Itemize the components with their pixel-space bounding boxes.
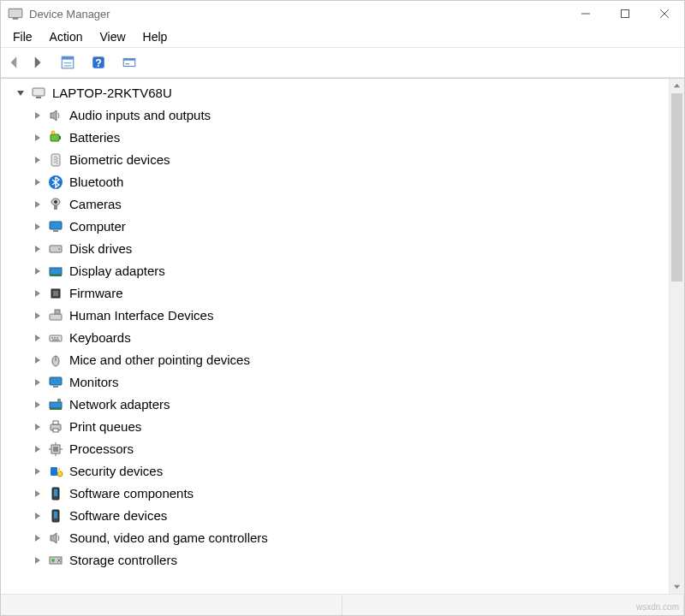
tree-item-software-devices[interactable]: Software devices bbox=[4, 505, 669, 527]
expand-toggle[interactable] bbox=[30, 356, 45, 364]
device-tree[interactable]: LAPTOP-2RKTV68U Audio inputs and outputs… bbox=[1, 79, 669, 594]
svg-rect-13 bbox=[123, 59, 135, 61]
expand-toggle[interactable] bbox=[30, 289, 45, 298]
expand-toggle[interactable] bbox=[30, 445, 45, 453]
titlebar: Device Manager bbox=[1, 1, 684, 27]
tree-item-hid[interactable]: Human Interface Devices bbox=[4, 305, 669, 327]
menu-action[interactable]: Action bbox=[43, 28, 93, 45]
tree-item-security[interactable]: Security devices bbox=[4, 460, 669, 483]
gpu-icon bbox=[47, 263, 64, 280]
app-icon bbox=[8, 6, 23, 21]
tree-item-label: Audio inputs and outputs bbox=[69, 104, 211, 127]
tree-item-bluetooth[interactable]: Bluetooth bbox=[4, 171, 669, 193]
svg-rect-42 bbox=[50, 377, 62, 385]
svg-rect-56 bbox=[51, 467, 57, 476]
expand-toggle[interactable] bbox=[30, 222, 45, 231]
tree-item-biometric[interactable]: Biometric devices bbox=[4, 149, 669, 171]
expand-toggle[interactable] bbox=[30, 156, 45, 164]
menu-help[interactable]: Help bbox=[136, 28, 178, 45]
tree-item-label: Computer bbox=[69, 216, 126, 238]
svg-rect-43 bbox=[53, 386, 58, 388]
tree-item-sound[interactable]: Sound, video and game controllers bbox=[4, 527, 669, 549]
svg-rect-18 bbox=[59, 136, 61, 139]
close-button[interactable] bbox=[645, 1, 684, 27]
keyboard-icon bbox=[47, 329, 64, 346]
tree-item-audio[interactable]: Audio inputs and outputs bbox=[4, 104, 669, 127]
svg-rect-8 bbox=[64, 62, 72, 63]
tree-item-batteries[interactable]: Batteries bbox=[4, 127, 669, 149]
tree-item-processors[interactable]: Processors bbox=[4, 438, 669, 460]
vertical-scrollbar[interactable] bbox=[669, 79, 684, 594]
tree-item-label: Storage controllers bbox=[69, 549, 177, 572]
expand-toggle[interactable] bbox=[30, 311, 45, 320]
minimize-button[interactable] bbox=[566, 1, 605, 27]
statusbar bbox=[1, 594, 684, 615]
tree-item-label: Security devices bbox=[69, 460, 163, 483]
scroll-up-button[interactable] bbox=[670, 79, 684, 93]
tree-item-label: Cameras bbox=[69, 193, 122, 216]
svg-rect-58 bbox=[58, 468, 60, 472]
expand-toggle[interactable] bbox=[30, 133, 45, 142]
tree-item-display[interactable]: Display adapters bbox=[4, 260, 669, 282]
expand-toggle[interactable] bbox=[30, 178, 45, 187]
scan-hardware-button[interactable] bbox=[119, 52, 140, 73]
expand-toggle[interactable] bbox=[30, 200, 45, 209]
nav-forward-button[interactable] bbox=[27, 52, 47, 73]
window-title: Device Manager bbox=[29, 8, 110, 21]
menu-view[interactable]: View bbox=[92, 28, 135, 45]
tree-root-label: LAPTOP-2RKTV68U bbox=[52, 82, 172, 104]
status-cell bbox=[1, 595, 342, 615]
help-button[interactable]: ? bbox=[88, 52, 109, 73]
expand-toggle[interactable] bbox=[30, 423, 45, 431]
tree-item-label: Sound, video and game controllers bbox=[69, 527, 268, 549]
tree-item-label: Human Interface Devices bbox=[69, 305, 213, 327]
menu-file[interactable]: File bbox=[6, 28, 43, 45]
svg-rect-49 bbox=[53, 429, 58, 432]
nav-back-button[interactable] bbox=[4, 52, 25, 73]
expand-toggle[interactable] bbox=[30, 378, 45, 387]
tree-item-label: Mice and other pointing devices bbox=[69, 349, 250, 371]
tree-item-computer[interactable]: Computer bbox=[4, 216, 669, 238]
svg-rect-45 bbox=[50, 408, 62, 410]
svg-rect-48 bbox=[53, 421, 58, 424]
scroll-track[interactable] bbox=[670, 93, 684, 579]
expand-toggle[interactable] bbox=[30, 534, 45, 542]
tree-item-storage[interactable]: Storage controllers bbox=[4, 549, 669, 572]
expand-toggle[interactable] bbox=[30, 556, 45, 565]
svg-rect-29 bbox=[50, 268, 62, 275]
tree-root[interactable]: LAPTOP-2RKTV68U bbox=[4, 82, 669, 104]
expand-toggle[interactable] bbox=[30, 400, 45, 409]
monitor-icon bbox=[47, 218, 64, 235]
storage-icon bbox=[47, 552, 64, 569]
tree-item-cameras[interactable]: Cameras bbox=[4, 193, 669, 216]
expand-toggle[interactable] bbox=[30, 245, 45, 253]
expand-toggle[interactable] bbox=[30, 512, 45, 520]
expand-toggle[interactable] bbox=[30, 111, 45, 120]
tree-item-monitors[interactable]: Monitors bbox=[4, 371, 669, 394]
expand-toggle[interactable] bbox=[30, 267, 45, 275]
expand-toggle[interactable] bbox=[13, 89, 28, 98]
computer-root-icon bbox=[30, 85, 47, 102]
tree-item-label: Disk drives bbox=[69, 238, 132, 260]
tree-item-software-components[interactable]: Software components bbox=[4, 483, 669, 505]
expand-toggle[interactable] bbox=[30, 334, 45, 342]
tree-item-network[interactable]: Network adapters bbox=[4, 394, 669, 416]
maximize-button[interactable] bbox=[605, 1, 645, 27]
svg-rect-16 bbox=[36, 97, 41, 98]
svg-rect-44 bbox=[50, 402, 62, 408]
svg-rect-51 bbox=[53, 447, 58, 452]
tree-item-firmware[interactable]: Firmware bbox=[4, 282, 669, 305]
tree-item-print[interactable]: Print queues bbox=[4, 416, 669, 438]
tree-item-keyboards[interactable]: Keyboards bbox=[4, 327, 669, 349]
scroll-thumb[interactable] bbox=[671, 93, 682, 281]
svg-rect-14 bbox=[126, 63, 130, 64]
tree-item-disk[interactable]: Disk drives bbox=[4, 238, 669, 260]
expand-toggle[interactable] bbox=[30, 467, 45, 476]
properties-button[interactable] bbox=[57, 52, 78, 73]
svg-point-28 bbox=[58, 248, 60, 250]
scroll-down-button[interactable] bbox=[670, 579, 684, 594]
tree-item-label: Batteries bbox=[69, 127, 120, 149]
expand-toggle[interactable] bbox=[30, 489, 45, 498]
svg-point-64 bbox=[51, 559, 55, 562]
tree-item-mice[interactable]: Mice and other pointing devices bbox=[4, 349, 669, 371]
